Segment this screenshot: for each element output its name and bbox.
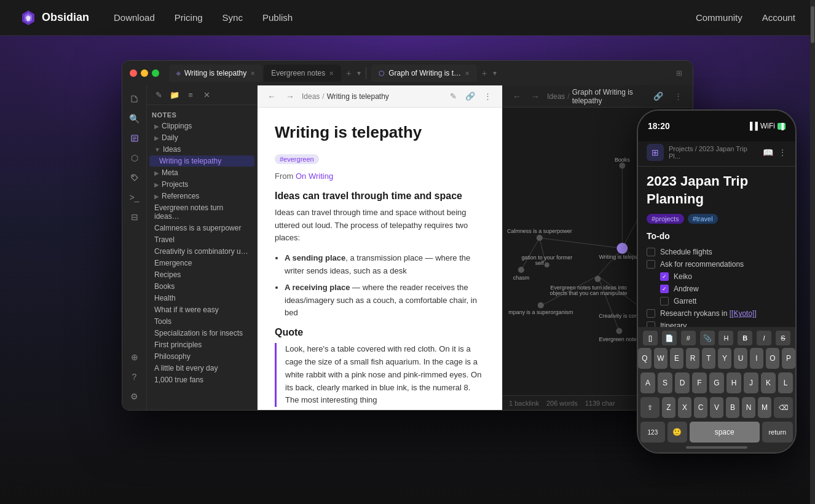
nav-community[interactable]: Community — [696, 12, 742, 23]
tree-ideas[interactable]: ▼ Ideas — [149, 144, 254, 155]
todo-ask-recommendations[interactable]: Ask for recommendations — [647, 258, 787, 270]
nav-account[interactable]: Account — [762, 12, 795, 23]
more-button[interactable]: ⋮ — [480, 89, 495, 104]
breadcrumb-parent[interactable]: Ideas — [302, 92, 320, 101]
scrollbar-thumb[interactable] — [811, 6, 814, 43]
tree-what-if[interactable]: What if it were easy — [149, 304, 254, 315]
tab3-close[interactable]: ✕ — [465, 70, 470, 77]
checkbox-garrett[interactable] — [660, 297, 669, 305]
todo-andrew[interactable]: ✓ Andrew — [647, 283, 787, 295]
phone-book-icon[interactable]: 📖 — [763, 148, 773, 157]
tree-clippings[interactable]: ▶ Clippings — [149, 120, 254, 132]
phone-tag-projects[interactable]: #projects — [647, 214, 684, 224]
key-V[interactable]: V — [710, 397, 723, 418]
tree-writing-telepathy[interactable]: Writing is telepathy — [149, 156, 254, 167]
graph-forward-btn[interactable]: → — [529, 90, 542, 103]
key-J[interactable]: J — [744, 372, 758, 393]
sidebar-icon-notes[interactable] — [126, 130, 143, 147]
key-F[interactable]: F — [692, 372, 707, 393]
graph-more-btn[interactable]: ⋮ — [671, 89, 685, 104]
link-button[interactable]: 🔗 — [463, 89, 478, 104]
graph-node-evergreen-notes[interactable] — [616, 328, 622, 334]
key-O[interactable]: O — [766, 348, 779, 369]
key-U[interactable]: U — [734, 348, 747, 369]
key-Q[interactable]: Q — [638, 348, 652, 369]
graph-node-chasm[interactable] — [518, 267, 524, 273]
key-shift[interactable]: ⇧ — [640, 397, 659, 418]
todo-ryokans[interactable]: Research ryokans in [[Kyoto]] — [647, 307, 787, 320]
tab-writing-telepathy[interactable]: ⎆ Writing is telepathy ✕ — [169, 65, 262, 82]
new-note-btn[interactable]: ✎ — [152, 89, 165, 102]
on-writing-link[interactable]: On Writing — [296, 171, 333, 181]
todo-garrett[interactable]: Garrett — [647, 295, 787, 307]
tab-graph[interactable]: ⬡ Graph of Writing is t… ✕ — [371, 65, 477, 82]
checkbox-andrew[interactable]: ✓ — [660, 285, 669, 293]
tree-travel[interactable]: Travel — [149, 234, 254, 245]
key-R[interactable]: R — [686, 348, 699, 369]
edit-button[interactable]: ✎ — [446, 89, 460, 104]
back-button[interactable]: ← — [265, 90, 278, 103]
tree-1000-fans[interactable]: 1,000 true fans — [149, 374, 254, 385]
key-N[interactable]: N — [742, 397, 755, 418]
graph-link-btn[interactable]: 🔗 — [651, 89, 666, 104]
key-I[interactable]: I — [750, 348, 763, 369]
sidebar-icon-search-bottom[interactable]: ⊕ — [126, 348, 143, 366]
graph-node-books[interactable] — [619, 162, 625, 168]
tree-creativity[interactable]: Creativity is combinatory u… — [149, 246, 254, 257]
graph-breadcrumb-parent[interactable]: Ideas — [547, 92, 565, 101]
tab-add-button[interactable]: + — [342, 67, 355, 79]
key-S[interactable]: S — [658, 372, 672, 393]
checkbox-ryokans[interactable] — [647, 309, 655, 318]
key-T[interactable]: T — [702, 348, 715, 369]
tree-recipes[interactable]: Recipes — [149, 269, 254, 280]
tab-dropdown[interactable]: ▾ — [357, 69, 361, 77]
kb-tool-header[interactable]: H — [719, 331, 733, 345]
kb-tool-tag[interactable]: # — [681, 331, 696, 345]
tree-projects[interactable]: ▶ Projects — [149, 179, 254, 190]
graph-back-btn[interactable]: ← — [510, 90, 524, 103]
todo-itinerary[interactable]: Itinerary — [647, 320, 787, 327]
tree-first-principles[interactable]: First principles — [149, 339, 254, 350]
checkbox-itinerary[interactable] — [647, 321, 655, 327]
tree-emergence[interactable]: Emergence — [149, 258, 254, 269]
kb-tool-file[interactable]: 📄 — [662, 331, 677, 345]
key-A[interactable]: A — [640, 372, 655, 393]
key-Z[interactable]: Z — [662, 397, 675, 418]
key-E[interactable]: E — [670, 348, 683, 369]
tree-meta[interactable]: ▶ Meta — [149, 167, 254, 178]
key-emoji[interactable]: 🙂 — [667, 422, 687, 443]
forward-button[interactable]: → — [283, 90, 297, 103]
key-M[interactable]: M — [758, 397, 771, 418]
graph-node-former-self[interactable] — [545, 262, 549, 267]
tree-calmness[interactable]: Calmness is a superpower — [149, 222, 254, 234]
key-H[interactable]: H — [726, 372, 741, 393]
tree-philosophy[interactable]: Philosophy — [149, 351, 254, 362]
key-B[interactable]: B — [726, 397, 739, 418]
graph-node-calmness[interactable] — [537, 235, 543, 241]
key-C[interactable]: C — [694, 397, 707, 418]
nav-pricing[interactable]: Pricing — [175, 12, 203, 23]
sidebar-icon-graph[interactable]: ⬡ — [126, 149, 143, 167]
graph-node-writing-telepathy[interactable] — [616, 243, 628, 254]
minimize-button[interactable] — [141, 69, 148, 77]
kb-tool-italic[interactable]: I — [757, 331, 771, 345]
window-layout-icon[interactable]: ⊞ — [673, 67, 685, 79]
sidebar-icon-settings[interactable]: ⚙ — [126, 388, 143, 405]
kb-tool-strike[interactable]: S — [776, 331, 790, 345]
tree-evergreen-turn[interactable]: Evergreen notes turn ideas… — [149, 202, 254, 222]
nav-sync[interactable]: Sync — [222, 12, 243, 23]
todo-keiko[interactable]: ✓ Keiko — [647, 270, 787, 283]
graph-node-superorganism[interactable] — [538, 302, 544, 309]
key-G[interactable]: G — [709, 372, 724, 393]
tree-health[interactable]: Health — [149, 293, 254, 304]
key-space[interactable]: space — [690, 422, 760, 443]
tree-tools[interactable]: Tools — [149, 316, 254, 327]
collapse-all-btn[interactable]: ✕ — [200, 89, 213, 102]
nav-publish[interactable]: Publish — [262, 12, 293, 23]
phone-tag-travel[interactable]: #travel — [688, 214, 718, 224]
tab2-close[interactable]: ✕ — [329, 70, 334, 77]
kb-tool-bold[interactable]: B — [738, 331, 752, 345]
tree-references[interactable]: ▶ References — [149, 191, 254, 202]
nav-logo[interactable]: Obsidian — [20, 9, 89, 26]
tree-books[interactable]: Books — [149, 281, 254, 292]
